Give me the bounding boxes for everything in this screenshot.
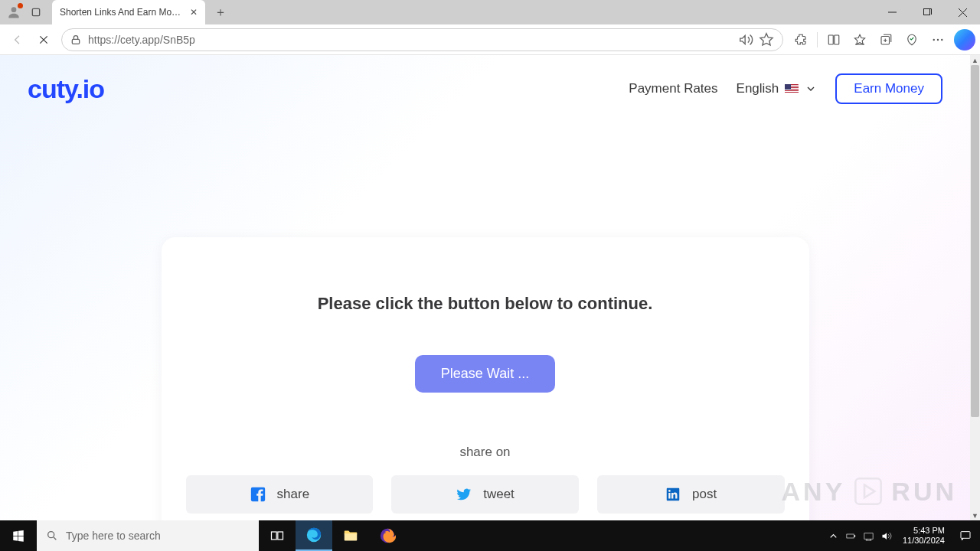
svg-point-7 <box>933 38 935 40</box>
search-placeholder: Type here to search <box>66 530 161 542</box>
svg-rect-18 <box>864 533 873 539</box>
share-facebook-label: share <box>277 487 310 502</box>
read-aloud-icon[interactable] <box>738 31 755 48</box>
earn-money-button[interactable]: Earn Money <box>835 73 942 104</box>
page-viewport: cuty.io Payment Rates English Earn Money… <box>0 55 980 520</box>
svg-rect-10 <box>856 478 881 504</box>
svg-rect-4 <box>828 35 833 44</box>
anyrun-watermark: ANY RUN <box>782 476 957 507</box>
browser-titlebar: Shorten Links And Earn Money | ✕ ＋ <box>0 0 980 24</box>
site-logo[interactable]: cuty.io <box>28 74 104 104</box>
lock-icon <box>70 34 82 46</box>
scrollbar-thumb[interactable] <box>971 65 979 417</box>
facebook-icon <box>250 486 266 503</box>
language-selector[interactable]: English <box>737 81 818 96</box>
svg-rect-17 <box>854 535 855 537</box>
nav-back-button[interactable] <box>5 27 31 53</box>
share-linkedin-button[interactable]: post <box>597 475 785 514</box>
linkedin-icon <box>665 486 681 503</box>
svg-point-0 <box>11 7 17 12</box>
tab-actions-icon[interactable] <box>28 4 44 21</box>
notification-dot-icon <box>18 3 23 8</box>
share-on-label: share on <box>186 445 785 460</box>
please-wait-button[interactable]: Please Wait ... <box>415 355 555 393</box>
svg-rect-2 <box>923 8 929 15</box>
network-icon[interactable] <box>863 530 874 542</box>
collections-icon[interactable] <box>873 27 899 53</box>
taskbar-clock[interactable]: 5:43 PM 11/30/2024 <box>897 526 951 546</box>
new-tab-button[interactable]: ＋ <box>210 2 231 23</box>
svg-rect-3 <box>72 39 79 44</box>
task-view-icon <box>270 528 285 543</box>
svg-point-9 <box>941 38 942 40</box>
start-button[interactable] <box>0 520 37 551</box>
site-header: cuty.io Payment Rates English Earn Money <box>0 55 970 122</box>
profile-icon[interactable] <box>6 5 21 20</box>
card-heading: Please click the button below to continu… <box>186 294 785 314</box>
scroll-down-icon[interactable]: ▼ <box>970 510 980 520</box>
edge-icon <box>305 527 322 543</box>
folder-icon <box>342 527 359 544</box>
language-label: English <box>737 81 779 96</box>
svg-rect-16 <box>847 534 854 538</box>
svg-point-11 <box>48 532 54 538</box>
battery-icon[interactable] <box>845 530 857 542</box>
favorite-star-icon[interactable] <box>758 31 775 48</box>
search-icon <box>46 530 58 542</box>
tray-chevron-up-icon[interactable] <box>828 530 839 542</box>
windows-taskbar: Type here to search 5:43 PM 11/30/2024 <box>0 520 980 551</box>
extensions-icon[interactable] <box>788 27 814 53</box>
action-center-button[interactable] <box>951 520 980 551</box>
notification-icon <box>959 530 972 542</box>
window-maximize-button[interactable] <box>910 0 945 24</box>
window-minimize-button[interactable] <box>874 0 910 24</box>
tab-title: Shorten Links And Earn Money | <box>60 7 182 18</box>
share-linkedin-label: post <box>692 487 717 502</box>
scroll-up-icon[interactable]: ▲ <box>970 55 980 65</box>
clock-time: 5:43 PM <box>903 526 945 536</box>
flag-us-icon <box>785 84 799 93</box>
windows-icon <box>11 529 25 543</box>
browser-addressbar: https://cety.app/SnB5p <box>0 24 980 55</box>
svg-point-8 <box>937 38 939 40</box>
menu-dots-icon[interactable] <box>925 27 951 53</box>
svg-rect-5 <box>835 35 839 44</box>
tab-close-icon[interactable]: ✕ <box>190 7 198 18</box>
volume-icon[interactable] <box>880 530 892 542</box>
nav-stop-button[interactable] <box>31 27 57 53</box>
favorites-icon[interactable] <box>847 27 873 53</box>
continue-card: Please click the button below to continu… <box>162 237 809 520</box>
vertical-scrollbar[interactable]: ▲ ▼ <box>970 55 980 520</box>
share-facebook-button[interactable]: share <box>186 475 374 514</box>
taskbar-explorer-button[interactable] <box>332 520 369 551</box>
url-input[interactable]: https://cety.app/SnB5p <box>61 28 783 51</box>
copilot-icon[interactable] <box>954 29 975 51</box>
play-icon <box>853 476 884 507</box>
svg-rect-1 <box>32 8 39 15</box>
split-screen-icon[interactable] <box>821 27 847 53</box>
taskbar-edge-button[interactable] <box>296 520 332 551</box>
nav-payment-rates[interactable]: Payment Rates <box>629 81 717 96</box>
system-tray[interactable] <box>823 530 897 542</box>
share-twitter-button[interactable]: tweet <box>391 475 579 514</box>
twitter-icon <box>456 486 472 503</box>
chevron-down-icon <box>805 83 817 95</box>
taskbar-firefox-button[interactable] <box>369 520 406 551</box>
url-text: https://cety.app/SnB5p <box>88 34 735 46</box>
svg-rect-19 <box>961 532 970 539</box>
svg-rect-12 <box>272 532 277 540</box>
share-twitter-label: tweet <box>483 487 514 502</box>
task-view-button[interactable] <box>259 520 296 551</box>
firefox-icon <box>379 527 396 544</box>
browser-tab[interactable]: Shorten Links And Earn Money | ✕ <box>52 0 205 24</box>
browser-essentials-icon[interactable] <box>899 27 925 53</box>
window-close-button[interactable] <box>945 0 980 24</box>
svg-rect-13 <box>278 532 283 540</box>
taskbar-search-input[interactable]: Type here to search <box>37 520 259 551</box>
clock-date: 11/30/2024 <box>903 536 945 546</box>
